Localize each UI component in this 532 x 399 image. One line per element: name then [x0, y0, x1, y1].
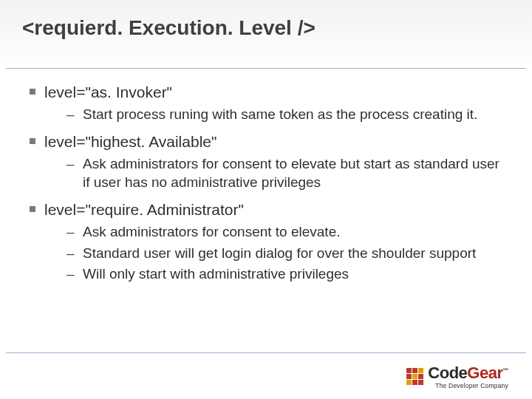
bullet-label: level="require. Administrator"	[44, 201, 244, 218]
header-band: <requierd. Execution. Level />	[0, 0, 532, 68]
sub-item: Start process runing with same token as …	[66, 106, 504, 124]
logo-word-code: Code	[428, 364, 467, 382]
sub-item: Standard user will get login dialog for …	[66, 245, 504, 263]
logo-word-gear: Gear	[467, 364, 502, 382]
bullet-label: level="highest. Available"	[44, 133, 216, 150]
logo-mark-icon	[406, 368, 423, 385]
sub-list: Ask administrators for consent to elevat…	[44, 223, 504, 284]
bullet-list: level="as. Invoker" Start process runing…	[28, 82, 504, 284]
bullet-label: level="as. Invoker"	[44, 83, 172, 100]
codegear-logo: CodeGear™ The Developer Company	[406, 365, 508, 389]
footer-rule	[6, 352, 526, 353]
logo-tm: ™	[503, 366, 509, 373]
slide: <requierd. Execution. Level /> level="as…	[0, 0, 532, 399]
bullet-item: level="as. Invoker" Start process runing…	[28, 82, 504, 124]
sub-item: Will only start with administrative priv…	[66, 265, 504, 284]
sub-list: Start process runing with same token as …	[44, 106, 504, 124]
content-area: level="as. Invoker" Start process runing…	[0, 69, 532, 284]
sub-item: Ask administrators for consent to elevat…	[66, 155, 504, 191]
logo-wordmark: CodeGear™	[428, 365, 508, 381]
logo-text: CodeGear™ The Developer Company	[428, 365, 508, 389]
sub-item: Ask administrators for consent to elevat…	[66, 223, 504, 242]
bullet-item: level="require. Administrator" Ask admin…	[28, 200, 504, 284]
slide-title: <requierd. Execution. Level />	[22, 16, 532, 40]
sub-list: Ask administrators for consent to elevat…	[44, 155, 504, 191]
logo-tagline: The Developer Company	[435, 383, 508, 389]
bullet-item: level="highest. Available" Ask administr…	[28, 132, 504, 192]
